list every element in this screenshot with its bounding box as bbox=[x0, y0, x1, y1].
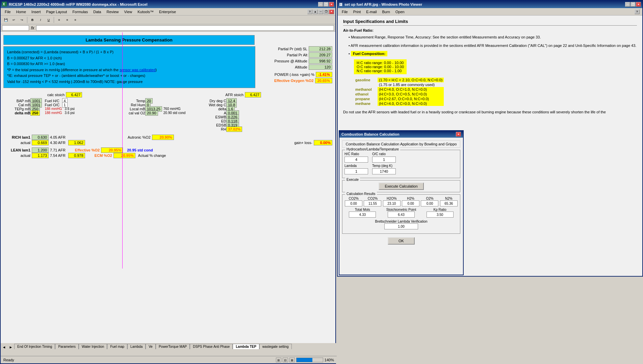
lambda-input-label: Lambda bbox=[344, 164, 368, 168]
page-break-btn[interactable]: ⊠ bbox=[289, 358, 295, 362]
help-button[interactable]: ? bbox=[307, 9, 312, 14]
formula-line6: Valid for -152 mmHg < P < 532 mmHg (-200… bbox=[7, 79, 252, 85]
lean-lam1-label: LEAN lam1 bbox=[3, 148, 30, 152]
minimize-button[interactable]: ─ bbox=[318, 2, 323, 7]
tab-lambda-tep[interactable]: Lambda TEP bbox=[233, 344, 259, 349]
redo-icon[interactable]: ↪ bbox=[18, 17, 26, 23]
photo-max-btn[interactable]: ❐ bbox=[631, 2, 636, 7]
zoom-slider[interactable] bbox=[296, 358, 323, 362]
hc-ratio-label: H/C Ratio bbox=[344, 152, 368, 156]
toolbar: 💾 ↩ ↪ B I U ≡ ≡ ≡ bbox=[1, 16, 335, 24]
underline-btn[interactable]: U bbox=[45, 17, 52, 23]
delta-value[interactable]: 250 bbox=[30, 110, 40, 116]
menu-view[interactable]: View bbox=[122, 9, 135, 15]
svg-text:X: X bbox=[3, 2, 5, 6]
excel-min-button[interactable]: ─ bbox=[318, 9, 323, 14]
align-right-btn[interactable]: ≡ bbox=[72, 17, 79, 23]
cal-label: Cal mB bbox=[3, 103, 30, 107]
hc-lambda-section: Hydrocarbon/Lambda/Temperature H/C Ratio… bbox=[342, 150, 460, 178]
menu-bar: File Home Insert Page Layout Formulas Da… bbox=[1, 8, 335, 16]
rich-lam1-label: RICH lam1 bbox=[3, 135, 30, 139]
photo-menu-print[interactable]: Print bbox=[351, 9, 364, 15]
restore-ribbon-button[interactable]: ▲ bbox=[313, 9, 318, 14]
lean-actual-value[interactable]: 1.173 bbox=[32, 153, 49, 158]
gain-loss-value[interactable]: 0.00% bbox=[314, 140, 332, 145]
menu-file[interactable]: File bbox=[2, 9, 14, 15]
photo-help-btn[interactable]: ? bbox=[635, 9, 640, 14]
menu-home[interactable]: Home bbox=[14, 9, 29, 15]
rh-value[interactable]: 37.02% bbox=[226, 127, 242, 132]
tab-end-of-injection[interactable]: End Of Injection Timing bbox=[14, 344, 55, 349]
tab-fuel-map[interactable]: Fuel map bbox=[107, 344, 127, 349]
lean-lam1-value[interactable]: 1.200 bbox=[32, 147, 49, 153]
cal-val-o2-value[interactable]: 20.90 bbox=[145, 110, 158, 116]
hc-ratio-input[interactable] bbox=[344, 157, 368, 163]
name-box[interactable] bbox=[2, 25, 29, 31]
menu-insert[interactable]: Insert bbox=[29, 9, 44, 15]
save-icon[interactable]: 💾 bbox=[2, 17, 9, 23]
horizontal-scrollbar[interactable] bbox=[1, 349, 337, 356]
results-row2: Total Mols 4.33 Stoichiometric Point 6.4… bbox=[344, 208, 458, 218]
menu-enterprise[interactable]: Enterprise bbox=[156, 9, 179, 15]
lean-afr1: 7.71 AFR bbox=[50, 148, 66, 152]
lambda-input[interactable] bbox=[344, 168, 368, 174]
excel-title: RICESP 1460x2 2200x2 4000mB reIFP WM2080… bbox=[9, 2, 318, 6]
menu-page-layout[interactable]: Page Layout bbox=[44, 9, 70, 15]
tab-parameters[interactable]: Parameters bbox=[55, 344, 79, 349]
menu-kutools[interactable]: Kutools™ bbox=[135, 9, 156, 15]
tab-ve[interactable]: Ve bbox=[146, 344, 156, 349]
afr-stoich-value[interactable]: 6.427 bbox=[245, 92, 261, 97]
photo-menu-open[interactable]: Open bbox=[393, 9, 407, 15]
total-mols-label: Total Mols bbox=[355, 208, 370, 212]
ok-button[interactable]: OK bbox=[388, 237, 415, 245]
tab-scroll-left[interactable]: ◄ bbox=[1, 345, 7, 349]
tab-scroll-right[interactable]: ► bbox=[7, 345, 14, 349]
tab-wastegate[interactable]: wastegate setting bbox=[259, 344, 292, 349]
excel-close-button[interactable]: ✕ bbox=[329, 9, 334, 14]
photo-menu-file[interactable]: File bbox=[339, 9, 351, 15]
photo-close-btn[interactable]: ✕ bbox=[636, 2, 641, 7]
restore-button[interactable]: ❐ bbox=[324, 2, 329, 7]
align-center-btn[interactable]: ≡ bbox=[63, 17, 71, 23]
bold-btn[interactable]: B bbox=[29, 17, 36, 23]
photo-menu-burn[interactable]: Burn bbox=[380, 9, 393, 15]
rich-lambda-ratio[interactable]: 1.062 bbox=[68, 140, 85, 145]
dialog-close-btn[interactable]: ✕ bbox=[456, 132, 461, 137]
lean-actual-label: actual bbox=[3, 153, 30, 158]
ok-row: OK bbox=[342, 236, 460, 246]
tab-power-torque[interactable]: PowerTorque MAP bbox=[156, 344, 190, 349]
tab-lambda[interactable]: Lambda bbox=[127, 344, 146, 349]
lean-lambda-ratio[interactable]: 0.978 bbox=[68, 153, 85, 158]
excel-window-controls[interactable]: ─ ❐ ✕ bbox=[318, 2, 334, 7]
formula-input[interactable] bbox=[36, 25, 334, 31]
lean-eff-o2-value[interactable]: 20.95% bbox=[101, 147, 123, 153]
photo-min-btn[interactable]: ─ bbox=[625, 2, 630, 7]
menu-formulas[interactable]: Formulas bbox=[70, 9, 91, 15]
rich-lam1-value[interactable]: 0.630 bbox=[32, 135, 49, 140]
page-layout-btn[interactable]: ⊟ bbox=[283, 358, 288, 362]
bullet-item-1: • Measurement Range, Response Time, Accu… bbox=[349, 34, 637, 40]
sensor-link[interactable]: sensor was calibrated bbox=[120, 68, 155, 72]
tab-water-injection[interactable]: Water Injection bbox=[79, 344, 107, 349]
rich-actual-value[interactable]: 0.669 bbox=[32, 140, 49, 145]
execute-calculation-button[interactable]: Execute Calculation bbox=[379, 183, 423, 190]
oc-ratio-input[interactable] bbox=[372, 157, 396, 163]
normal-view-btn[interactable]: ⊞ bbox=[276, 358, 281, 362]
italic-btn[interactable]: I bbox=[37, 17, 44, 23]
photo-menu-bar: File Print E-mail Burn Open ? bbox=[338, 8, 642, 16]
tab-dsps[interactable]: DSPS Phase Anti Phase bbox=[190, 344, 233, 349]
left-input-table: BAP mB 1001 Fuel H/C 4 Cal mB 1001 Fuel … bbox=[3, 99, 75, 115]
menu-review[interactable]: Review bbox=[104, 9, 121, 15]
tep-label: TEPg mB bbox=[3, 107, 30, 111]
calc-stoich-value[interactable]: 6.427 bbox=[66, 92, 82, 97]
align-left-btn[interactable]: ≡ bbox=[55, 17, 63, 23]
excel-max-button[interactable]: ❐ bbox=[324, 9, 329, 14]
close-button[interactable]: ✕ bbox=[329, 2, 334, 7]
lean-eff-o2-label: Effective %O2 bbox=[75, 148, 100, 152]
rich-afr1: 4.05 AFR bbox=[50, 135, 66, 139]
ecm-o2-value[interactable]: 20.95% bbox=[113, 153, 135, 158]
undo-icon[interactable]: ↩ bbox=[10, 17, 18, 23]
temp-input[interactable] bbox=[372, 168, 396, 174]
menu-data[interactable]: Data bbox=[91, 9, 104, 15]
photo-menu-email[interactable]: E-mail bbox=[363, 9, 379, 15]
